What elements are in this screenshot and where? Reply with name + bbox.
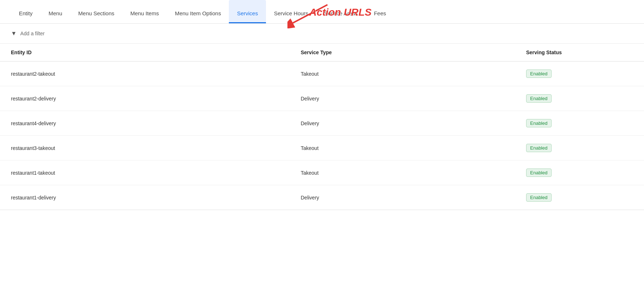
- filter-bar: ▼ Add a filter: [0, 24, 644, 44]
- cell-entity-id: restaurant2-takeout: [0, 62, 290, 86]
- table-row: restaurant1-deliveryDeliveryEnabled: [0, 185, 644, 210]
- tab-navigation: EntityMenuMenu SectionsMenu ItemsMenu It…: [0, 0, 644, 24]
- tab-services[interactable]: Services: [229, 0, 266, 23]
- table-row: restaurant2-takeoutTakeoutEnabled: [0, 62, 644, 86]
- table-row: restaurant1-takeoutTakeoutEnabled: [0, 161, 644, 185]
- filter-icon: ▼: [11, 30, 17, 37]
- table-header: Entity ID Service Type Serving Status: [0, 44, 644, 62]
- cell-service-type: Takeout: [290, 62, 516, 86]
- data-table: Entity ID Service Type Serving Status re…: [0, 44, 644, 210]
- cell-service-type: Takeout: [290, 136, 516, 161]
- cell-entity-id: restaurant4-delivery: [0, 111, 290, 136]
- cell-serving-status: Enabled: [515, 86, 644, 111]
- cell-serving-status: Enabled: [515, 111, 644, 136]
- col-header-entity-id: Entity ID: [0, 44, 290, 62]
- cell-service-type: Delivery: [290, 185, 516, 210]
- cell-serving-status: Enabled: [515, 62, 644, 86]
- cell-service-type: Delivery: [290, 86, 516, 111]
- table-row: restaurant3-takeoutTakeoutEnabled: [0, 136, 644, 161]
- tab-fees[interactable]: Fees: [366, 0, 394, 23]
- cell-entity-id: restaurant3-takeout: [0, 136, 290, 161]
- status-badge: Enabled: [526, 70, 552, 78]
- col-header-service-type: Service Type: [290, 44, 516, 62]
- tab-service-areas[interactable]: Service Areas: [316, 0, 366, 23]
- status-badge: Enabled: [526, 193, 552, 202]
- table-wrapper: Entity ID Service Type Serving Status re…: [0, 44, 644, 210]
- status-badge: Enabled: [526, 144, 552, 152]
- status-badge: Enabled: [526, 169, 552, 177]
- table-header-row: Entity ID Service Type Serving Status: [0, 44, 644, 62]
- tab-service-hours[interactable]: Service Hours: [266, 0, 316, 23]
- table-body: restaurant2-takeoutTakeoutEnabledrestaur…: [0, 62, 644, 210]
- cell-service-type: Delivery: [290, 111, 516, 136]
- col-header-serving-status: Serving Status: [515, 44, 644, 62]
- table-row: restaurant4-deliveryDeliveryEnabled: [0, 111, 644, 136]
- cell-service-type: Takeout: [290, 161, 516, 185]
- table-row: restaurant2-deliveryDeliveryEnabled: [0, 86, 644, 111]
- tab-entity[interactable]: Entity: [11, 0, 41, 23]
- tab-menu-item-options[interactable]: Menu Item Options: [167, 0, 229, 23]
- cell-entity-id: restaurant1-takeout: [0, 161, 290, 185]
- status-badge: Enabled: [526, 119, 552, 127]
- cell-serving-status: Enabled: [515, 161, 644, 185]
- cell-serving-status: Enabled: [515, 136, 644, 161]
- cell-entity-id: restaurant2-delivery: [0, 86, 290, 111]
- tab-menu[interactable]: Menu: [41, 0, 71, 23]
- filter-text[interactable]: Add a filter: [20, 31, 45, 36]
- cell-serving-status: Enabled: [515, 185, 644, 210]
- cell-entity-id: restaurant1-delivery: [0, 185, 290, 210]
- status-badge: Enabled: [526, 94, 552, 103]
- tab-menu-sections[interactable]: Menu Sections: [70, 0, 122, 23]
- tab-menu-items[interactable]: Menu Items: [122, 0, 167, 23]
